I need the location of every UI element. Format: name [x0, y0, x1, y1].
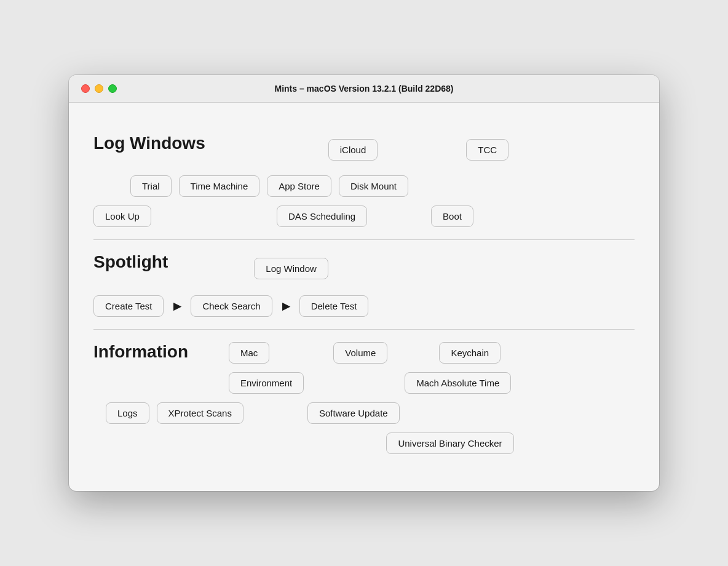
- arrow1-icon: ▶: [173, 300, 181, 312]
- check-search-button[interactable]: Check Search: [191, 295, 272, 317]
- information-row2: Environment Mach Absolute Time: [229, 372, 635, 394]
- spotlight-row2: Create Test ▶ Check Search ▶ Delete Test: [93, 295, 635, 317]
- log-windows-row3: Look Up DAS Scheduling Boot: [93, 205, 635, 227]
- universal-binary-checker-button[interactable]: Universal Binary Checker: [386, 432, 513, 454]
- information-heading: Information: [93, 342, 216, 362]
- environment-button[interactable]: Environment: [229, 372, 304, 394]
- maximize-button[interactable]: [108, 84, 117, 93]
- icloud-button[interactable]: iCloud: [328, 139, 378, 161]
- main-window: Mints – macOS Version 13.2.1 (Build 22D6…: [69, 75, 659, 491]
- log-windows-row2: Trial Time Machine App Store Disk Mount: [130, 175, 635, 197]
- das-scheduling-button[interactable]: DAS Scheduling: [277, 205, 367, 227]
- minimize-button[interactable]: [95, 84, 103, 93]
- information-row3: Logs XProtect Scans Software Update: [229, 402, 635, 424]
- mac-button[interactable]: Mac: [229, 342, 269, 364]
- xprotect-scans-button[interactable]: XProtect Scans: [157, 402, 243, 424]
- window-title: Mints – macOS Version 13.2.1 (Build 22D6…: [275, 84, 454, 94]
- mach-absolute-time-button[interactable]: Mach Absolute Time: [405, 372, 511, 394]
- log-windows-section: Log Windows iCloud TCC Trial Time Machin…: [93, 121, 635, 240]
- log-windows-heading: Log Windows: [93, 134, 205, 153]
- information-row4: Universal Binary Checker: [266, 432, 635, 454]
- disk-mount-button[interactable]: Disk Mount: [339, 175, 408, 197]
- time-machine-button[interactable]: Time Machine: [179, 175, 260, 197]
- look-up-button[interactable]: Look Up: [93, 205, 151, 227]
- keychain-button[interactable]: Keychain: [439, 342, 501, 364]
- close-button[interactable]: [81, 84, 90, 93]
- boot-button[interactable]: Boot: [431, 205, 473, 227]
- delete-test-button[interactable]: Delete Test: [299, 295, 369, 317]
- volume-button[interactable]: Volume: [333, 342, 387, 364]
- titlebar: Mints – macOS Version 13.2.1 (Build 22D6…: [69, 75, 659, 103]
- traffic-lights: [81, 84, 117, 93]
- spotlight-heading: Spotlight: [93, 252, 168, 272]
- arrow2-icon: ▶: [282, 300, 290, 312]
- logs-button[interactable]: Logs: [106, 402, 149, 424]
- software-update-button[interactable]: Software Update: [307, 402, 400, 424]
- information-section: Information Mac Volume Keychain Environm…: [93, 330, 635, 466]
- log-window-button[interactable]: Log Window: [254, 258, 328, 279]
- app-store-button[interactable]: App Store: [267, 175, 331, 197]
- create-test-button[interactable]: Create Test: [93, 295, 164, 317]
- trial-button[interactable]: Trial: [130, 175, 172, 197]
- spotlight-section: Spotlight Log Window Create Test ▶ Check…: [93, 240, 635, 330]
- content-area: Log Windows iCloud TCC Trial Time Machin…: [69, 103, 659, 491]
- tcc-button[interactable]: TCC: [466, 139, 508, 161]
- information-row1: Mac Volume Keychain: [229, 342, 635, 364]
